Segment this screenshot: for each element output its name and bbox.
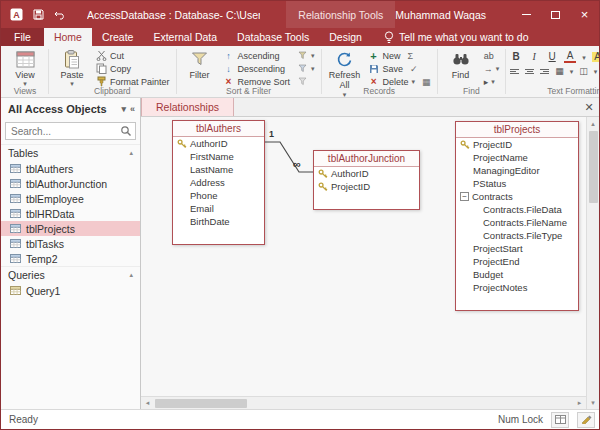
undo-icon[interactable]	[53, 8, 67, 22]
scroll-left-icon[interactable]: ◂	[141, 397, 154, 410]
field-row-Contracts.FileType[interactable]: Contracts.FileType	[456, 229, 578, 242]
minimize-button[interactable]	[512, 1, 541, 28]
field-row-ProjectStart[interactable]: ProjectStart	[456, 242, 578, 255]
field-row-FirstName[interactable]: FirstName	[173, 150, 264, 163]
new-record-button[interactable]: + New Σ	[366, 49, 433, 62]
field-row-ManagingEditor[interactable]: ManagingEditor	[456, 164, 578, 177]
underline-button[interactable]: U	[546, 52, 558, 62]
scroll-right-icon[interactable]: ▸	[573, 397, 586, 410]
tell-me-box[interactable]: Tell me what you want to do	[384, 28, 529, 46]
close-button[interactable]: ×	[570, 1, 599, 28]
field-row-ProjectEnd[interactable]: ProjectEnd	[456, 255, 578, 268]
tab-design[interactable]: Design	[319, 28, 372, 46]
document-close-icon[interactable]: ✕	[579, 98, 599, 116]
table-header[interactable]: tblProjects	[456, 122, 578, 138]
field-row-LastName[interactable]: LastName	[173, 163, 264, 176]
gridlines-icon[interactable]: ▦	[555, 66, 564, 76]
scroll-up-icon[interactable]: ▴	[587, 117, 600, 130]
ascending-button[interactable]: ↑ Ascending	[221, 49, 293, 62]
font-color-button[interactable]: A	[564, 51, 576, 63]
relationship-table-tblAuthers[interactable]: tblAuthersAuthorIDFirstNameLastNameAddre…	[172, 120, 265, 245]
search-input[interactable]	[6, 123, 135, 139]
cut-button[interactable]: Cut	[93, 49, 172, 62]
italic-button[interactable]: I	[528, 52, 540, 62]
nav-item-tblProjects[interactable]: tblProjects	[1, 221, 140, 236]
titlebar: A AccessDatabase : Database- C:\Users\Mu…	[1, 1, 599, 28]
tab-relationships[interactable]: Relationships	[141, 98, 234, 116]
search-icon[interactable]	[120, 125, 132, 139]
vertical-scrollbar[interactable]: ▴ ▾	[586, 117, 599, 409]
field-row-Address[interactable]: Address	[173, 176, 264, 189]
table-header[interactable]: tblAuthorJunction	[314, 151, 419, 167]
signed-in-user[interactable]: Muhammad Waqas	[395, 9, 486, 21]
save-icon[interactable]	[31, 8, 45, 22]
field-row-Contracts[interactable]: −Contracts	[456, 190, 578, 203]
more-options-icon[interactable]: ▦	[422, 77, 431, 87]
maximize-button[interactable]	[541, 1, 570, 28]
fill-color-icon[interactable]: ◫	[579, 66, 588, 76]
field-row-ProjectID[interactable]: ProjectID	[314, 180, 419, 193]
tab-home[interactable]: Home	[44, 28, 92, 46]
view-button[interactable]: View ▾	[6, 48, 44, 87]
bold-button[interactable]: B	[510, 52, 522, 62]
field-row-Email[interactable]: Email	[173, 202, 264, 215]
nav-item-tblEmployee[interactable]: tblEmployee	[1, 191, 140, 206]
field-row-Budget[interactable]: Budget	[456, 268, 578, 281]
align-center-icon[interactable]	[525, 69, 534, 74]
advanced-filter-button[interactable]: ▾	[294, 62, 317, 75]
field-row-ProjectID[interactable]: ProjectID	[456, 138, 578, 151]
field-row-AuthorID[interactable]: AuthorID	[173, 137, 264, 150]
field-name: Budget	[473, 269, 503, 280]
field-row-BirthDate[interactable]: BirthDate	[173, 215, 264, 228]
datasheet-view-button[interactable]	[551, 412, 569, 428]
nav-item-Query1[interactable]: Query1	[1, 283, 140, 298]
field-name: Contracts.FileType	[483, 230, 562, 241]
table-header[interactable]: tblAuthers	[173, 121, 264, 137]
field-row-ProjectName[interactable]: ProjectName	[456, 151, 578, 164]
save-record-button[interactable]: Save ✓	[366, 62, 433, 75]
tab-database-tools[interactable]: Database Tools	[227, 28, 319, 46]
tab-create[interactable]: Create	[92, 28, 144, 46]
align-left-icon[interactable]	[510, 69, 519, 74]
scroll-down-icon[interactable]: ▾	[587, 396, 600, 409]
tab-file[interactable]: File	[1, 28, 44, 46]
shutter-close-icon[interactable]: «	[130, 104, 135, 114]
document-area: Relationships ✕ 1 ∞ tblAuthersAuthorIDFi…	[141, 98, 599, 409]
field-row-PStatus[interactable]: PStatus	[456, 177, 578, 190]
field-row-Phone[interactable]: Phone	[173, 189, 264, 202]
nav-item-tblAuthers[interactable]: tblAuthers	[1, 161, 140, 176]
nav-item-tblHRData[interactable]: tblHRData	[1, 206, 140, 221]
clipboard-group-label: Clipboard	[49, 86, 176, 96]
nav-item-tblAuthorJunction[interactable]: tblAuthorJunction	[1, 176, 140, 191]
field-row-ProjectNotes[interactable]: ProjectNotes	[456, 281, 578, 294]
descending-button[interactable]: ↓ Descending	[221, 62, 293, 75]
nav-menu-dropdown-icon[interactable]: ▾	[121, 104, 126, 114]
nav-item-Temp2[interactable]: Temp2	[1, 251, 140, 266]
align-right-icon[interactable]	[540, 69, 549, 74]
relationship-table-tblProjects[interactable]: tblProjectsProjectIDProjectNameManagingE…	[455, 121, 579, 311]
field-row-Contracts.FileName[interactable]: Contracts.FileName	[456, 216, 578, 229]
copy-button[interactable]: Copy	[93, 62, 172, 75]
find-button[interactable]: Find	[442, 48, 480, 80]
selection-button[interactable]: ▾	[294, 49, 317, 62]
spelling-check-icon[interactable]: ✓	[410, 64, 418, 74]
design-view-button[interactable]	[577, 412, 595, 428]
collapse-minus-icon[interactable]: −	[460, 192, 469, 201]
paste-button[interactable]: Paste ▾	[53, 48, 91, 87]
filter-button[interactable]: Filter	[181, 48, 219, 80]
nav-item-tblTasks[interactable]: tblTasks	[1, 236, 140, 251]
field-row-Contracts.FileData[interactable]: Contracts.FileData	[456, 203, 578, 216]
tab-external-data[interactable]: External Data	[143, 28, 227, 46]
vertical-scroll-thumb[interactable]	[589, 131, 598, 203]
horizontal-scrollbar[interactable]: ◂ ▸	[141, 396, 586, 409]
nav-group-queries[interactable]: Queries▴	[1, 266, 140, 283]
replace-button[interactable]: ab	[482, 49, 502, 62]
nav-group-tables[interactable]: Tables▴	[1, 144, 140, 161]
relationship-table-tblAuthorJunction[interactable]: tblAuthorJunctionAuthorIDProjectID	[313, 150, 420, 210]
horizontal-scroll-thumb[interactable]	[155, 399, 247, 408]
totals-sigma-icon[interactable]: Σ	[408, 51, 414, 61]
field-row-AuthorID[interactable]: AuthorID	[314, 167, 419, 180]
app-logo-icon[interactable]: A	[9, 8, 23, 22]
highlight-color-button[interactable]: A	[592, 52, 599, 62]
goto-button[interactable]: →▾	[482, 62, 502, 75]
